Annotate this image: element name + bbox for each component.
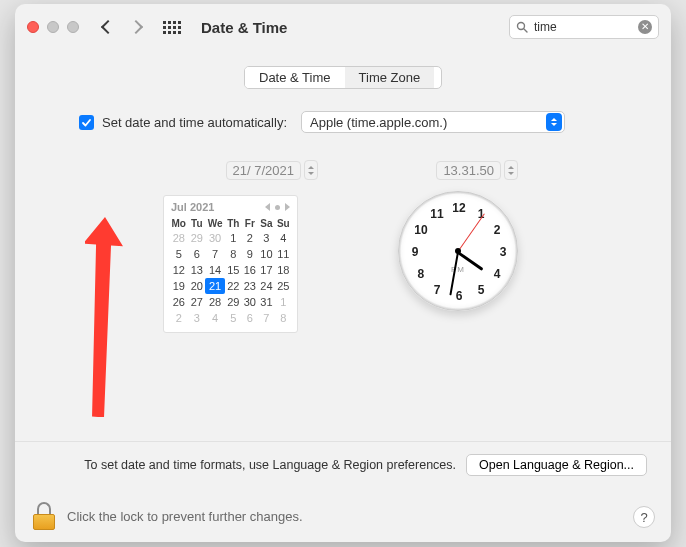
time-stepper[interactable] [504, 160, 518, 180]
calendar-next-icon[interactable] [285, 203, 290, 211]
calendar-day[interactable]: 28 [169, 230, 189, 246]
calendar-nav [265, 203, 290, 211]
clock-number: 2 [494, 223, 501, 237]
footer: To set date and time formats, use Langua… [15, 441, 671, 490]
titlebar: Date & Time time ✕ [15, 4, 671, 50]
calendar-day[interactable]: 19 [169, 278, 189, 294]
clock-number: 11 [430, 207, 443, 221]
lock-icon[interactable] [33, 502, 55, 530]
calendar-day[interactable]: 5 [225, 310, 242, 326]
calendar-day[interactable]: 30 [205, 230, 225, 246]
calendar-day[interactable]: 3 [258, 230, 275, 246]
calendar-day[interactable]: 2 [242, 230, 259, 246]
calendar-day[interactable]: 11 [275, 246, 292, 262]
svg-line-1 [524, 29, 527, 32]
calendar-day[interactable]: 31 [258, 294, 275, 310]
calendar-day[interactable]: 6 [242, 310, 259, 326]
clock-pin [455, 248, 461, 254]
calendar-dow: We [205, 217, 225, 230]
calendar-day[interactable]: 5 [169, 246, 189, 262]
help-button[interactable]: ? [633, 506, 655, 528]
calendar-day[interactable]: 1 [275, 294, 292, 310]
calendar-day[interactable]: 13 [189, 262, 206, 278]
calendar-day[interactable]: 16 [242, 262, 259, 278]
analog-clock: 121234567891011 PM [398, 191, 518, 311]
calendar-day[interactable]: 22 [225, 278, 242, 294]
calendar-day[interactable]: 7 [258, 310, 275, 326]
calendar-dow: Fr [242, 217, 259, 230]
clock-number: 5 [478, 283, 485, 297]
lock-bar: Click the lock to prevent further change… [15, 490, 671, 542]
calendar-day[interactable]: 6 [189, 246, 206, 262]
calendar-dow: Mo [169, 217, 189, 230]
tab-time-zone[interactable]: Time Zone [345, 67, 435, 88]
auto-datetime-label: Set date and time automatically: [102, 115, 287, 130]
date-stepper[interactable] [304, 160, 318, 180]
footer-text: To set date and time formats, use Langua… [39, 458, 456, 472]
content-pane: Set date and time automatically: Apple (… [15, 89, 671, 435]
calendar-day[interactable]: 2 [169, 310, 189, 326]
calendar-day[interactable]: 21 [205, 278, 225, 294]
calendar-day[interactable]: 7 [205, 246, 225, 262]
search-icon [516, 21, 528, 33]
calendar-day[interactable]: 23 [242, 278, 259, 294]
calendar-day[interactable]: 4 [275, 230, 292, 246]
calendar-day[interactable]: 18 [275, 262, 292, 278]
calendar-day[interactable]: 29 [189, 230, 206, 246]
calendar-day[interactable]: 12 [169, 262, 189, 278]
calendar-day[interactable]: 8 [275, 310, 292, 326]
calendar-prev-icon[interactable] [265, 203, 270, 211]
date-input[interactable]: 21/ 7/2021 [163, 159, 318, 181]
show-all-icon[interactable] [163, 21, 181, 34]
calendar-day[interactable]: 14 [205, 262, 225, 278]
calendar-day[interactable]: 28 [205, 294, 225, 310]
calendar-day[interactable]: 25 [275, 278, 292, 294]
calendar-day[interactable]: 15 [225, 262, 242, 278]
tab-date-time[interactable]: Date & Time [245, 67, 345, 88]
calendar-day[interactable]: 29 [225, 294, 242, 310]
date-pane: 21/ 7/2021 Jul 2021 MoTuWeThFrSaSu282930… [163, 159, 318, 333]
calendar-day[interactable]: 26 [169, 294, 189, 310]
calendar-day[interactable]: 4 [205, 310, 225, 326]
search-input-text[interactable]: time [534, 20, 632, 34]
lock-text: Click the lock to prevent further change… [67, 509, 303, 524]
clock-number: 12 [452, 201, 465, 215]
auto-datetime-checkbox[interactable] [79, 115, 94, 130]
preferences-window: Date & Time time ✕ Date & Time Time Zone… [15, 4, 671, 542]
calendar-today-icon[interactable] [275, 205, 280, 210]
calendar-day[interactable]: 10 [258, 246, 275, 262]
calendar-day[interactable]: 1 [225, 230, 242, 246]
window-controls [27, 21, 79, 33]
calendar-month-label: Jul 2021 [171, 201, 214, 213]
calendar-dow: Su [275, 217, 292, 230]
close-icon[interactable] [27, 21, 39, 33]
clear-search-icon[interactable]: ✕ [638, 20, 652, 34]
minimize-icon[interactable] [47, 21, 59, 33]
time-server-select[interactable]: Apple (time.apple.com.) [301, 111, 565, 133]
clock-number: 6 [456, 289, 463, 303]
calendar[interactable]: Jul 2021 MoTuWeThFrSaSu28293012345678910… [163, 195, 298, 333]
calendar-day[interactable]: 24 [258, 278, 275, 294]
calendar-day[interactable]: 9 [242, 246, 259, 262]
forward-button[interactable] [129, 20, 143, 34]
select-arrows-icon [546, 113, 562, 131]
calendar-dow: Th [225, 217, 242, 230]
calendar-dow: Sa [258, 217, 275, 230]
time-server-value: Apple (time.apple.com.) [310, 115, 447, 130]
clock-number: 9 [412, 245, 419, 259]
open-language-region-button[interactable]: Open Language & Region... [466, 454, 647, 476]
time-pane: 13.31.50 121234567891011 PM [398, 159, 518, 333]
clock-number: 3 [500, 245, 507, 259]
calendar-day[interactable]: 20 [189, 278, 206, 294]
calendar-day[interactable]: 8 [225, 246, 242, 262]
clock-number: 8 [418, 267, 425, 281]
calendar-day[interactable]: 27 [189, 294, 206, 310]
back-button[interactable] [101, 20, 115, 34]
calendar-day[interactable]: 17 [258, 262, 275, 278]
calendar-day[interactable]: 3 [189, 310, 206, 326]
search-field[interactable]: time ✕ [509, 15, 659, 39]
time-input[interactable]: 13.31.50 [416, 159, 518, 181]
tab-bar: Date & Time Time Zone [244, 66, 442, 89]
calendar-day[interactable]: 30 [242, 294, 259, 310]
zoom-icon[interactable] [67, 21, 79, 33]
